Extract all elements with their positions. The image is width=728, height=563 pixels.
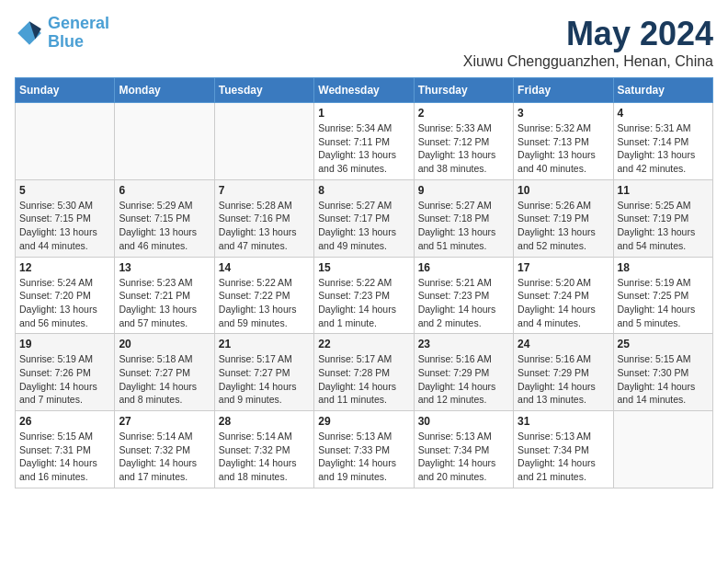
calendar-cell <box>613 411 712 488</box>
calendar-cell <box>214 103 313 180</box>
day-info: Sunrise: 5:15 AM Sunset: 7:30 PM Dayligh… <box>618 352 709 407</box>
calendar-cell: 14Sunrise: 5:22 AM Sunset: 7:22 PM Dayli… <box>214 257 313 334</box>
calendar-week-row: 12Sunrise: 5:24 AM Sunset: 7:20 PM Dayli… <box>16 257 713 334</box>
calendar-cell: 11Sunrise: 5:25 AM Sunset: 7:19 PM Dayli… <box>613 179 712 257</box>
day-info: Sunrise: 5:14 AM Sunset: 7:32 PM Dayligh… <box>119 430 210 484</box>
day-number: 28 <box>219 415 310 428</box>
main-title: May 2024 <box>463 15 713 53</box>
title-area: May 2024 Xiuwu Chengguanzhen, Henan, Chi… <box>463 15 713 70</box>
calendar-cell: 2Sunrise: 5:33 AM Sunset: 7:12 PM Daylig… <box>414 103 513 180</box>
calendar-cell: 18Sunrise: 5:19 AM Sunset: 7:25 PM Dayli… <box>613 257 712 334</box>
logo: General Blue <box>15 15 109 52</box>
day-number: 17 <box>518 261 609 274</box>
day-number: 5 <box>19 184 110 197</box>
day-number: 18 <box>618 261 709 274</box>
day-number: 16 <box>418 261 509 274</box>
day-info: Sunrise: 5:14 AM Sunset: 7:32 PM Dayligh… <box>219 430 310 484</box>
calendar-week-row: 1Sunrise: 5:34 AM Sunset: 7:11 PM Daylig… <box>16 103 713 180</box>
logo-icon <box>15 18 44 48</box>
day-info: Sunrise: 5:26 AM Sunset: 7:19 PM Dayligh… <box>518 199 609 253</box>
day-info: Sunrise: 5:34 AM Sunset: 7:11 PM Dayligh… <box>318 121 409 176</box>
day-number: 8 <box>318 184 409 197</box>
day-number: 15 <box>318 261 409 274</box>
logo-text: General Blue <box>48 15 109 52</box>
header-day: Tuesday <box>214 78 313 103</box>
calendar-header: SundayMondayTuesdayWednesdayThursdayFrid… <box>16 78 713 103</box>
calendar-cell: 1Sunrise: 5:34 AM Sunset: 7:11 PM Daylig… <box>314 103 414 180</box>
day-number: 4 <box>618 107 709 120</box>
day-info: Sunrise: 5:21 AM Sunset: 7:23 PM Dayligh… <box>418 276 509 330</box>
day-number: 21 <box>219 338 310 350</box>
day-info: Sunrise: 5:27 AM Sunset: 7:18 PM Dayligh… <box>418 199 509 253</box>
calendar-week-row: 26Sunrise: 5:15 AM Sunset: 7:31 PM Dayli… <box>16 411 713 488</box>
day-number: 13 <box>119 261 210 274</box>
calendar-cell: 16Sunrise: 5:21 AM Sunset: 7:23 PM Dayli… <box>414 257 513 334</box>
header-day: Wednesday <box>314 78 414 103</box>
calendar-cell: 13Sunrise: 5:23 AM Sunset: 7:21 PM Dayli… <box>115 257 214 334</box>
day-info: Sunrise: 5:16 AM Sunset: 7:29 PM Dayligh… <box>518 352 609 407</box>
day-number: 7 <box>219 184 310 197</box>
day-info: Sunrise: 5:22 AM Sunset: 7:23 PM Dayligh… <box>318 276 409 330</box>
day-number: 23 <box>418 338 509 350</box>
calendar-cell: 27Sunrise: 5:14 AM Sunset: 7:32 PM Dayli… <box>115 411 214 488</box>
calendar-cell: 6Sunrise: 5:29 AM Sunset: 7:15 PM Daylig… <box>115 179 214 257</box>
day-info: Sunrise: 5:31 AM Sunset: 7:14 PM Dayligh… <box>618 121 709 176</box>
day-info: Sunrise: 5:19 AM Sunset: 7:26 PM Dayligh… <box>19 352 110 407</box>
header: General Blue May 2024 Xiuwu Chengguanzhe… <box>15 15 713 70</box>
calendar-cell: 28Sunrise: 5:14 AM Sunset: 7:32 PM Dayli… <box>214 411 313 488</box>
day-number: 10 <box>518 184 609 197</box>
day-info: Sunrise: 5:16 AM Sunset: 7:29 PM Dayligh… <box>418 352 509 407</box>
calendar-cell: 29Sunrise: 5:13 AM Sunset: 7:33 PM Dayli… <box>314 411 414 488</box>
header-day: Saturday <box>613 78 712 103</box>
calendar-cell: 4Sunrise: 5:31 AM Sunset: 7:14 PM Daylig… <box>613 103 712 180</box>
header-day: Friday <box>514 78 613 103</box>
day-info: Sunrise: 5:17 AM Sunset: 7:27 PM Dayligh… <box>219 352 310 407</box>
day-number: 2 <box>418 107 509 120</box>
day-info: Sunrise: 5:25 AM Sunset: 7:19 PM Dayligh… <box>618 199 709 253</box>
day-info: Sunrise: 5:20 AM Sunset: 7:24 PM Dayligh… <box>518 276 609 330</box>
day-info: Sunrise: 5:17 AM Sunset: 7:28 PM Dayligh… <box>318 352 409 407</box>
day-info: Sunrise: 5:30 AM Sunset: 7:15 PM Dayligh… <box>19 199 110 253</box>
calendar-cell: 7Sunrise: 5:28 AM Sunset: 7:16 PM Daylig… <box>214 179 313 257</box>
calendar-cell <box>115 103 214 180</box>
day-number: 20 <box>119 338 210 350</box>
day-number: 9 <box>418 184 509 197</box>
day-info: Sunrise: 5:19 AM Sunset: 7:25 PM Dayligh… <box>618 276 709 330</box>
calendar-cell: 10Sunrise: 5:26 AM Sunset: 7:19 PM Dayli… <box>514 179 613 257</box>
day-number: 29 <box>318 415 409 428</box>
day-number: 24 <box>518 338 609 350</box>
day-number: 3 <box>518 107 609 120</box>
day-info: Sunrise: 5:28 AM Sunset: 7:16 PM Dayligh… <box>219 199 310 253</box>
calendar-cell: 26Sunrise: 5:15 AM Sunset: 7:31 PM Dayli… <box>16 411 115 488</box>
day-info: Sunrise: 5:15 AM Sunset: 7:31 PM Dayligh… <box>19 430 110 484</box>
calendar-week-row: 5Sunrise: 5:30 AM Sunset: 7:15 PM Daylig… <box>16 179 713 257</box>
calendar-cell: 8Sunrise: 5:27 AM Sunset: 7:17 PM Daylig… <box>314 179 414 257</box>
calendar-cell: 21Sunrise: 5:17 AM Sunset: 7:27 PM Dayli… <box>214 334 313 411</box>
day-number: 26 <box>19 415 110 428</box>
day-info: Sunrise: 5:27 AM Sunset: 7:17 PM Dayligh… <box>318 199 409 253</box>
calendar-week-row: 19Sunrise: 5:19 AM Sunset: 7:26 PM Dayli… <box>16 334 713 411</box>
calendar-cell: 25Sunrise: 5:15 AM Sunset: 7:30 PM Dayli… <box>613 334 712 411</box>
calendar-body: 1Sunrise: 5:34 AM Sunset: 7:11 PM Daylig… <box>16 103 713 488</box>
calendar-cell: 19Sunrise: 5:19 AM Sunset: 7:26 PM Dayli… <box>16 334 115 411</box>
day-number: 27 <box>119 415 210 428</box>
header-day: Sunday <box>16 78 115 103</box>
calendar-cell: 3Sunrise: 5:32 AM Sunset: 7:13 PM Daylig… <box>514 103 613 180</box>
day-number: 19 <box>19 338 110 350</box>
day-number: 6 <box>119 184 210 197</box>
day-number: 25 <box>618 338 709 350</box>
header-row: SundayMondayTuesdayWednesdayThursdayFrid… <box>16 78 713 103</box>
day-info: Sunrise: 5:24 AM Sunset: 7:20 PM Dayligh… <box>19 276 110 330</box>
day-info: Sunrise: 5:32 AM Sunset: 7:13 PM Dayligh… <box>518 121 609 176</box>
calendar-cell: 22Sunrise: 5:17 AM Sunset: 7:28 PM Dayli… <box>314 334 414 411</box>
day-info: Sunrise: 5:22 AM Sunset: 7:22 PM Dayligh… <box>219 276 310 330</box>
day-info: Sunrise: 5:13 AM Sunset: 7:34 PM Dayligh… <box>418 430 509 484</box>
calendar-cell: 5Sunrise: 5:30 AM Sunset: 7:15 PM Daylig… <box>16 179 115 257</box>
day-number: 30 <box>418 415 509 428</box>
calendar-cell <box>16 103 115 180</box>
day-info: Sunrise: 5:13 AM Sunset: 7:33 PM Dayligh… <box>318 430 409 484</box>
day-info: Sunrise: 5:13 AM Sunset: 7:34 PM Dayligh… <box>518 430 609 484</box>
day-number: 31 <box>518 415 609 428</box>
calendar-cell: 30Sunrise: 5:13 AM Sunset: 7:34 PM Dayli… <box>414 411 513 488</box>
day-info: Sunrise: 5:18 AM Sunset: 7:27 PM Dayligh… <box>119 352 210 407</box>
